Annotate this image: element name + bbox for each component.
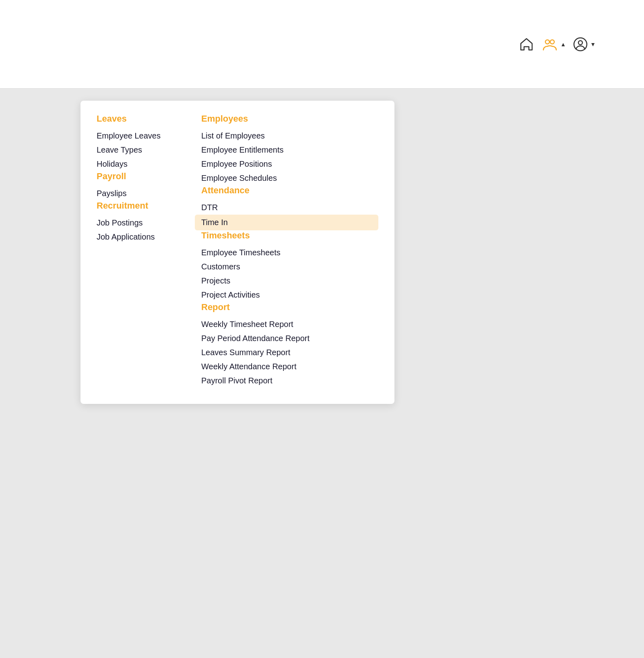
attendance-title: Attendance <box>201 185 378 196</box>
svg-point-3 <box>578 41 582 45</box>
payroll-section: Payroll Payslips <box>97 171 177 201</box>
leaves-summary-report-item[interactable]: Leaves Summary Report <box>201 346 378 360</box>
payroll-title: Payroll <box>97 171 177 182</box>
employee-entitlements-item[interactable]: Employee Entitlements <box>201 143 378 157</box>
caret-down-icon: ▼ <box>590 41 596 48</box>
right-column: Employees List of Employees Employee Ent… <box>201 114 378 388</box>
svg-point-0 <box>545 40 549 44</box>
holidays-item[interactable]: Holidays <box>97 157 177 171</box>
profile-button[interactable]: ▼ <box>572 36 596 52</box>
employee-positions-item[interactable]: Employee Positions <box>201 157 378 171</box>
caret-up-icon: ▲ <box>560 41 566 48</box>
recruitment-title: Recruitment <box>97 201 177 211</box>
employees-title: Employees <box>201 114 378 124</box>
job-applications-item[interactable]: Job Applications <box>97 230 177 244</box>
list-of-employees-item[interactable]: List of Employees <box>201 129 378 143</box>
users-nav-button[interactable]: ▲ <box>541 35 566 53</box>
payroll-pivot-report-item[interactable]: Payroll Pivot Report <box>201 374 378 388</box>
timesheets-title: Timesheets <box>201 230 378 241</box>
job-postings-item[interactable]: Job Postings <box>97 216 177 230</box>
report-title: Report <box>201 302 378 312</box>
top-bar: ▲ ▼ <box>0 0 644 89</box>
users-icon <box>541 35 559 53</box>
employees-section: Employees List of Employees Employee Ent… <box>201 114 378 185</box>
profile-icon <box>572 36 588 52</box>
main-area: Leaves Employee Leaves Leave Types Holid… <box>0 89 644 412</box>
timesheets-section: Timesheets Employee Timesheets Customers… <box>201 230 378 302</box>
project-activities-item[interactable]: Project Activities <box>201 288 378 302</box>
leave-types-item[interactable]: Leave Types <box>97 143 177 157</box>
svg-point-1 <box>550 40 554 44</box>
attendance-section: Attendance DTR Time In <box>201 185 378 230</box>
customers-item[interactable]: Customers <box>201 260 378 274</box>
recruitment-section: Recruitment Job Postings Job Application… <box>97 201 177 244</box>
leaves-title: Leaves <box>97 114 177 124</box>
projects-item[interactable]: Projects <box>201 274 378 288</box>
weekly-timesheet-report-item[interactable]: Weekly Timesheet Report <box>201 317 378 331</box>
left-column: Leaves Employee Leaves Leave Types Holid… <box>97 114 177 388</box>
top-bar-icons: ▲ ▼ <box>518 35 596 53</box>
weekly-attendance-report-item[interactable]: Weekly Attendance Report <box>201 360 378 374</box>
report-section: Report Weekly Timesheet Report Pay Perio… <box>201 302 378 388</box>
home-icon <box>518 36 535 52</box>
home-button[interactable] <box>518 36 535 52</box>
payslips-item[interactable]: Payslips <box>97 186 177 201</box>
employee-timesheets-item[interactable]: Employee Timesheets <box>201 246 378 260</box>
time-in-item[interactable]: Time In <box>195 215 378 230</box>
pay-period-attendance-report-item[interactable]: Pay Period Attendance Report <box>201 331 378 346</box>
leaves-section: Leaves Employee Leaves Leave Types Holid… <box>97 114 177 171</box>
employee-schedules-item[interactable]: Employee Schedules <box>201 171 378 185</box>
dropdown-menu: Leaves Employee Leaves Leave Types Holid… <box>80 101 394 404</box>
employee-leaves-item[interactable]: Employee Leaves <box>97 129 177 143</box>
dtr-item[interactable]: DTR <box>201 201 378 215</box>
